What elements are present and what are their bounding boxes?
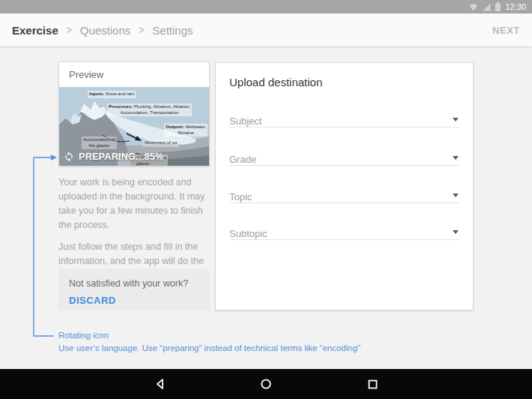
next-button[interactable]: NEXT [492,25,520,36]
dropdown-caret-icon[interactable] [453,156,459,160]
breadcrumb-settings[interactable]: Settings [152,24,193,37]
diagram-label-processes-term: Processes: [109,104,133,109]
battery-icon [495,2,501,11]
glacier-diagram-image: Inputs: Snow and rain Processes: Pluckin… [59,87,209,166]
recents-icon [367,379,378,390]
discard-box: Not satisfied with your work? DISCARD [58,268,210,310]
status-time: 12:30 [505,0,526,14]
diagram-label-accumulation-text2: the glacier [83,143,115,149]
subject-dropdown[interactable]: Subject [229,114,459,128]
content: Preview Inputs: Snow and [0,46,532,369]
design-annotations: Rotating icon Use user’s language. Use “… [58,329,360,354]
breadcrumb-separator: > [67,24,72,36]
diagram-label-outputs: Outputs: Meltwater, Moraine [164,124,208,136]
diagram-label-outputs-term: Outputs: [166,124,184,129]
breadcrumb-exercise[interactable]: Exercise [12,24,58,37]
preview-card: Preview Inputs: Snow and [58,62,210,166]
diagram-label-outputs-text1: Meltwater, [186,124,206,129]
grade-dropdown-label: Grade [229,154,256,164]
description-paragraph-1: Your work is being encoded and uploaded … [58,176,214,232]
annotation-line-1: Rotating icon [58,329,360,342]
app-bar: Exercise > Questions > Settings NEXT [0,14,532,46]
navigation-bar [0,369,532,399]
discard-button[interactable]: DISCARD [69,295,116,306]
dropdown-caret-icon[interactable] [453,118,459,122]
subtopic-dropdown-label: Subtopic [229,229,267,238]
diagram-label-processes-text2: Accumulation, Transportation [109,110,190,116]
home-button[interactable] [260,378,272,390]
subtopic-dropdown[interactable]: Subtopic [229,226,459,240]
breadcrumb-questions[interactable]: Questions [80,24,131,37]
preview-card-title: Preview [59,62,209,87]
annotation-line-2: Use user’s language. Use “preparing” ins… [58,342,360,355]
back-icon [154,378,166,390]
diagram-label-accumulation: Accumulation of the glacier [82,136,117,149]
status-bar: 12:30 [0,0,532,14]
progress-label: PREPARING...85% [79,152,163,162]
diagram-label-inputs-term: Inputs: [89,92,104,96]
upload-progress-overlay: PREPARING...85% [64,152,163,162]
dropdown-caret-icon[interactable] [453,230,459,234]
dropdown-caret-icon[interactable] [453,194,459,197]
diagram-label-inputs: Inputs: Snow and rain [88,91,136,98]
rotating-sync-icon [64,152,74,162]
recents-button[interactable] [366,378,378,390]
diagram-label-outputs-text2: Moraine [166,130,206,136]
discard-question: Not satisfied with your work? [69,278,210,289]
diagram-label-processes: Processes: Plucking, Abrasion, Ablation,… [107,104,192,116]
diagram-label-movement: Movement of ice [143,140,179,147]
screen: 12:30 Exercise > Questions > Settings NE… [0,0,532,399]
back-button[interactable] [154,378,166,390]
topic-dropdown-label: Topic [229,192,252,202]
signal-icon [483,3,491,11]
diagram-label-processes-text1: Plucking, Abrasion, Ablation, [134,104,191,109]
breadcrumb-separator: > [139,24,144,36]
upload-destination-card: Upload destination Subject Grade Topic S… [215,62,474,310]
wifi-icon [469,3,478,11]
diagram-label-inputs-text: Snow and rain [106,92,134,96]
subject-dropdown-label: Subject [229,116,262,126]
diagram-label-accumulation-text1: Accumulation of [83,137,115,143]
home-icon [260,378,272,390]
topic-dropdown[interactable]: Topic [229,190,459,203]
grade-dropdown[interactable]: Grade [229,152,459,166]
upload-destination-title: Upload destination [229,76,322,88]
